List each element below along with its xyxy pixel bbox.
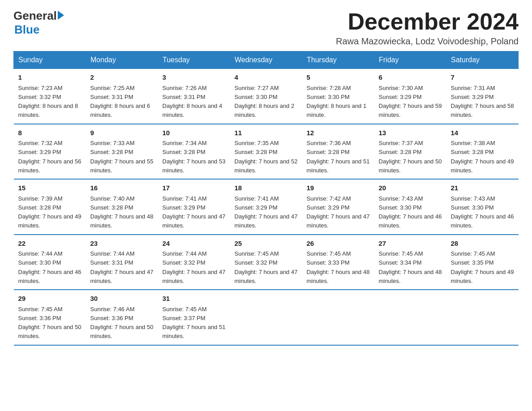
day-sunset: Sunset: 3:28 PM xyxy=(90,149,133,155)
logo: General Blue xyxy=(13,9,64,37)
day-sunset: Sunset: 3:29 PM xyxy=(163,204,206,211)
day-daylight: Daylight: 7 hours and 51 minutes. xyxy=(307,158,370,174)
day-daylight: Daylight: 7 hours and 50 minutes. xyxy=(18,324,82,339)
day-header-sunday: Sunday xyxy=(14,51,86,69)
calendar-day: 9 Sunrise: 7:33 AM Sunset: 3:28 PM Dayli… xyxy=(86,124,158,180)
day-number: 22 xyxy=(18,239,82,249)
day-sunrise: Sunrise: 7:23 AM xyxy=(18,85,63,91)
calendar-day: 10 Sunrise: 7:34 AM Sunset: 3:28 PM Dayl… xyxy=(158,124,230,180)
calendar-day: 15 Sunrise: 7:39 AM Sunset: 3:28 PM Dayl… xyxy=(14,179,86,235)
calendar-day: 3 Sunrise: 7:26 AM Sunset: 3:31 PM Dayli… xyxy=(158,69,230,124)
calendar-week-5: 29 Sunrise: 7:45 AM Sunset: 3:36 PM Dayl… xyxy=(14,290,519,345)
calendar-week-1: 1 Sunrise: 7:23 AM Sunset: 3:32 PM Dayli… xyxy=(14,69,519,124)
calendar-day: 30 Sunrise: 7:46 AM Sunset: 3:36 PM Dayl… xyxy=(86,290,158,345)
day-header-friday: Friday xyxy=(374,51,446,69)
day-sunrise: Sunrise: 7:31 AM xyxy=(451,85,495,91)
day-number: 19 xyxy=(307,183,370,193)
day-daylight: Daylight: 8 hours and 4 minutes. xyxy=(163,103,223,118)
day-number: 31 xyxy=(163,294,226,304)
calendar-week-3: 15 Sunrise: 7:39 AM Sunset: 3:28 PM Dayl… xyxy=(14,179,519,235)
day-sunrise: Sunrise: 7:45 AM xyxy=(235,250,279,257)
calendar-day: 25 Sunrise: 7:45 AM Sunset: 3:32 PM Dayl… xyxy=(230,235,302,290)
day-sunset: Sunset: 3:29 PM xyxy=(18,149,61,155)
day-sunrise: Sunrise: 7:45 AM xyxy=(18,306,63,313)
day-sunset: Sunset: 3:31 PM xyxy=(90,94,133,100)
calendar-day: 23 Sunrise: 7:44 AM Sunset: 3:31 PM Dayl… xyxy=(86,235,158,290)
day-daylight: Daylight: 8 hours and 2 minutes. xyxy=(235,103,295,118)
calendar-day: 20 Sunrise: 7:43 AM Sunset: 3:30 PM Dayl… xyxy=(374,179,446,235)
day-sunrise: Sunrise: 7:33 AM xyxy=(90,140,135,146)
day-daylight: Daylight: 7 hours and 48 minutes. xyxy=(307,269,370,284)
calendar-day: 11 Sunrise: 7:35 AM Sunset: 3:28 PM Dayl… xyxy=(230,124,302,180)
day-daylight: Daylight: 7 hours and 49 minutes. xyxy=(451,158,514,174)
calendar-day: 27 Sunrise: 7:45 AM Sunset: 3:34 PM Dayl… xyxy=(374,235,446,290)
day-daylight: Daylight: 7 hours and 47 minutes. xyxy=(235,269,298,284)
day-number: 13 xyxy=(379,128,442,138)
day-header-tuesday: Tuesday xyxy=(158,51,230,69)
day-daylight: Daylight: 7 hours and 48 minutes. xyxy=(379,269,442,284)
day-sunset: Sunset: 3:28 PM xyxy=(18,204,61,211)
day-sunrise: Sunrise: 7:43 AM xyxy=(451,195,495,202)
day-number: 4 xyxy=(235,73,298,83)
day-sunrise: Sunrise: 7:44 AM xyxy=(90,250,135,257)
calendar-day: 2 Sunrise: 7:25 AM Sunset: 3:31 PM Dayli… xyxy=(86,69,158,124)
page-header: General Blue December 2024 Rawa Mazowiec… xyxy=(13,9,519,47)
day-daylight: Daylight: 7 hours and 47 minutes. xyxy=(90,269,154,284)
day-daylight: Daylight: 7 hours and 56 minutes. xyxy=(18,158,82,174)
day-number: 10 xyxy=(163,128,226,138)
day-sunset: Sunset: 3:31 PM xyxy=(163,94,206,100)
day-sunrise: Sunrise: 7:41 AM xyxy=(235,195,279,202)
calendar-day: 12 Sunrise: 7:36 AM Sunset: 3:28 PM Dayl… xyxy=(302,124,374,180)
calendar-day: 31 Sunrise: 7:45 AM Sunset: 3:37 PM Dayl… xyxy=(158,290,230,345)
day-sunset: Sunset: 3:32 PM xyxy=(235,259,278,266)
day-sunset: Sunset: 3:30 PM xyxy=(451,204,494,211)
day-sunrise: Sunrise: 7:34 AM xyxy=(163,140,207,146)
day-daylight: Daylight: 7 hours and 52 minutes. xyxy=(235,158,298,174)
day-sunset: Sunset: 3:35 PM xyxy=(451,259,494,266)
day-daylight: Daylight: 7 hours and 46 minutes. xyxy=(451,213,514,229)
day-sunset: Sunset: 3:29 PM xyxy=(235,204,278,211)
calendar-subtitle: Rawa Mazowiecka, Lodz Voivodeship, Polan… xyxy=(336,36,519,47)
day-number: 7 xyxy=(451,73,514,83)
day-number: 21 xyxy=(451,183,514,193)
day-sunrise: Sunrise: 7:45 AM xyxy=(451,250,495,257)
day-daylight: Daylight: 8 hours and 6 minutes. xyxy=(90,103,150,118)
day-header-saturday: Saturday xyxy=(446,51,519,69)
day-sunrise: Sunrise: 7:45 AM xyxy=(163,306,207,313)
day-sunrise: Sunrise: 7:37 AM xyxy=(379,140,423,146)
calendar-week-4: 22 Sunrise: 7:44 AM Sunset: 3:30 PM Dayl… xyxy=(14,235,519,290)
calendar-day: 13 Sunrise: 7:37 AM Sunset: 3:28 PM Dayl… xyxy=(374,124,446,180)
day-number: 11 xyxy=(235,128,298,138)
day-daylight: Daylight: 7 hours and 49 minutes. xyxy=(18,213,82,229)
day-sunset: Sunset: 3:28 PM xyxy=(90,204,133,211)
calendar-header-row: SundayMondayTuesdayWednesdayThursdayFrid… xyxy=(14,51,519,69)
day-sunrise: Sunrise: 7:44 AM xyxy=(18,250,63,257)
day-number: 9 xyxy=(90,128,154,138)
day-sunset: Sunset: 3:33 PM xyxy=(307,259,350,266)
day-number: 12 xyxy=(307,128,370,138)
day-number: 8 xyxy=(18,128,82,138)
day-sunrise: Sunrise: 7:25 AM xyxy=(90,85,135,91)
day-sunrise: Sunrise: 7:44 AM xyxy=(163,250,207,257)
day-daylight: Daylight: 7 hours and 47 minutes. xyxy=(163,213,226,229)
day-daylight: Daylight: 7 hours and 49 minutes. xyxy=(451,269,514,284)
day-sunrise: Sunrise: 7:39 AM xyxy=(18,195,63,202)
calendar-day: 4 Sunrise: 7:27 AM Sunset: 3:30 PM Dayli… xyxy=(230,69,302,124)
logo-general-text: General xyxy=(13,9,57,23)
day-sunrise: Sunrise: 7:26 AM xyxy=(163,85,207,91)
day-number: 27 xyxy=(379,239,442,249)
day-daylight: Daylight: 7 hours and 50 minutes. xyxy=(90,324,154,339)
calendar-day: 5 Sunrise: 7:28 AM Sunset: 3:30 PM Dayli… xyxy=(302,69,374,124)
day-sunrise: Sunrise: 7:38 AM xyxy=(451,140,495,146)
day-sunset: Sunset: 3:29 PM xyxy=(379,94,422,100)
calendar-day: 17 Sunrise: 7:41 AM Sunset: 3:29 PM Dayl… xyxy=(158,179,230,235)
day-daylight: Daylight: 7 hours and 47 minutes. xyxy=(307,213,370,229)
calendar-day: 26 Sunrise: 7:45 AM Sunset: 3:33 PM Dayl… xyxy=(302,235,374,290)
day-sunrise: Sunrise: 7:32 AM xyxy=(18,140,63,146)
day-number: 30 xyxy=(90,294,154,304)
day-sunset: Sunset: 3:29 PM xyxy=(451,94,494,100)
day-daylight: Daylight: 7 hours and 46 minutes. xyxy=(18,269,82,284)
day-number: 14 xyxy=(451,128,514,138)
day-number: 28 xyxy=(451,239,514,249)
day-sunrise: Sunrise: 7:42 AM xyxy=(307,195,351,202)
